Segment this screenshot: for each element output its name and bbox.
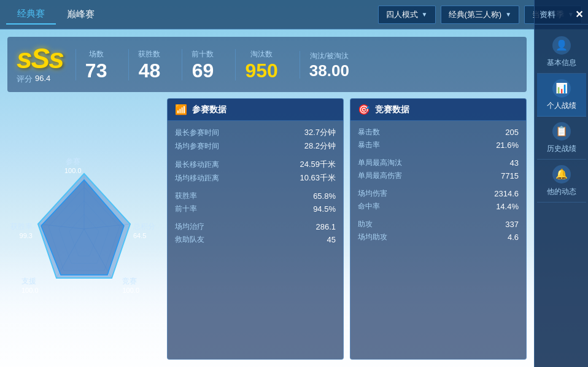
stat-row: 场均治疗 286.1: [175, 222, 336, 232]
tab-peak[interactable]: 巅峰赛: [56, 5, 106, 24]
grade-display: sSs 评分 96.4: [17, 44, 63, 85]
radar-label-support: 支援 100.0: [21, 276, 39, 294]
stat-games: 场数 73: [75, 49, 117, 80]
radar-label-competition: 竞赛 100.0: [122, 276, 139, 294]
top-nav: 经典赛 巅峰赛 四人模式 ▼ 经典(第三人称) ▼ 当前赛季 ▼: [0, 0, 588, 29]
stat-kills: 淘汰数 950: [235, 49, 287, 80]
sidebar-item-personal-stats[interactable]: 📊 个人战绩: [537, 74, 586, 117]
competition-panel-header: 🎯 竞赛数据: [350, 99, 526, 121]
radar-label-total-score: 总积分 64.5: [133, 222, 155, 239]
stat-row: 暴击率 21.6%: [358, 140, 519, 150]
stat-row: 前十率 94.5%: [175, 204, 336, 214]
stat-top10: 前十数 69: [182, 49, 223, 80]
participation-panel-header: 📶 参赛数据: [168, 99, 343, 121]
competition-panel: 🎯 竞赛数据 暴击数 205 暴击率 21.6%: [350, 98, 527, 360]
stat-row: 助攻 337: [358, 219, 519, 230]
stat-row: 单局最高淘汰 43: [358, 158, 519, 168]
participation-panel: 📶 参赛数据 最长参赛时间 32.7分钟 场均参赛时间 28.2分钟: [167, 98, 344, 360]
stats-panels: 📶 参赛数据 最长参赛时间 32.7分钟 场均参赛时间 28.2分钟: [167, 98, 527, 360]
stat-wins: 获胜数 48: [128, 49, 169, 80]
stat-row: 暴击数 205: [358, 127, 519, 137]
stat-row: 命中率 14.4%: [358, 201, 519, 212]
radar-label-winrate: 获胜率 99.3: [10, 222, 33, 239]
stat-row: 最长参赛时间 32.7分钟: [175, 127, 336, 138]
bar-chart-icon: 📶: [175, 104, 187, 115]
chevron-down-icon: ▼: [422, 11, 428, 18]
stat-row: 场均参赛时间 28.2分钟: [175, 141, 336, 152]
stat-kd: 淘汰/被淘汰 38.00: [300, 51, 358, 79]
dropdown-perspective[interactable]: 经典(第三人称) ▼: [441, 6, 520, 24]
stat-row: 救助队友 45: [175, 234, 336, 245]
rating-label: 评分: [17, 74, 33, 85]
sidebar-title: 资料: [540, 9, 555, 20]
stat-row: 单局最高伤害 7715: [358, 171, 519, 181]
rating-value: 96.4: [35, 74, 50, 85]
radar-label-participation: 参赛 100.0: [64, 156, 82, 174]
participation-panel-body: 最长参赛时间 32.7分钟 场均参赛时间 28.2分钟 最长移动距离 24.59…: [168, 121, 343, 253]
target-icon: 🎯: [358, 104, 370, 115]
participation-panel-title: 参赛数据: [192, 104, 226, 115]
tab-classic[interactable]: 经典赛: [6, 4, 56, 25]
stat-row: 最长移动距离 24.59千米: [175, 159, 336, 170]
stat-row: 获胜率 65.8%: [175, 191, 336, 201]
history-icon: 📋: [552, 122, 571, 141]
main-container: 经典赛 巅峰赛 四人模式 ▼ 经典(第三人称) ▼ 当前赛季 ▼ 资料 ✕ 👤 …: [0, 0, 588, 367]
sidebar: 资料 ✕ 👤 基本信息 📊 个人战绩 📋 历史战绩 🔔 他的动态: [534, 0, 588, 367]
radar-chart: 参赛 100.0 总积分 64.5 竞赛 100.0 支援 100.0: [10, 155, 158, 303]
stat-row: 场均助攻 4.6: [358, 232, 519, 242]
stat-row: 场均伤害 2314.6: [358, 188, 519, 199]
competition-panel-title: 竞赛数据: [375, 104, 409, 115]
score-header: sSs 评分 96.4 场数 73 获胜数 48 前十数 69 淘汰数 950: [7, 37, 527, 92]
competition-panel-body: 暴击数 205 暴击率 21.6% 单局最高淘汰 43: [350, 121, 526, 251]
sidebar-item-activity[interactable]: 🔔 他的动态: [537, 160, 586, 203]
chevron-down-icon-2: ▼: [505, 11, 511, 18]
activity-icon: 🔔: [552, 165, 571, 184]
sidebar-item-basic-info[interactable]: 👤 基本信息: [537, 31, 586, 74]
grade-label: sSs: [17, 42, 63, 74]
close-button[interactable]: ✕: [575, 9, 583, 20]
radar-area: 参赛 100.0 总积分 64.5 竞赛 100.0 支援 100.0: [7, 98, 161, 360]
stat-row: 场均移动距离 10.63千米: [175, 172, 336, 184]
chart-icon: 📊: [552, 79, 571, 98]
person-icon: 👤: [552, 36, 571, 55]
data-panels: 参赛 100.0 总积分 64.5 竞赛 100.0 支援 100.0: [7, 98, 527, 360]
sidebar-item-history[interactable]: 📋 历史战绩: [537, 117, 586, 160]
content-area: sSs 评分 96.4 场数 73 获胜数 48 前十数 69 淘汰数 950: [0, 29, 534, 367]
dropdown-mode[interactable]: 四人模式 ▼: [378, 6, 436, 24]
sidebar-header: 资料 ✕: [535, 5, 588, 25]
